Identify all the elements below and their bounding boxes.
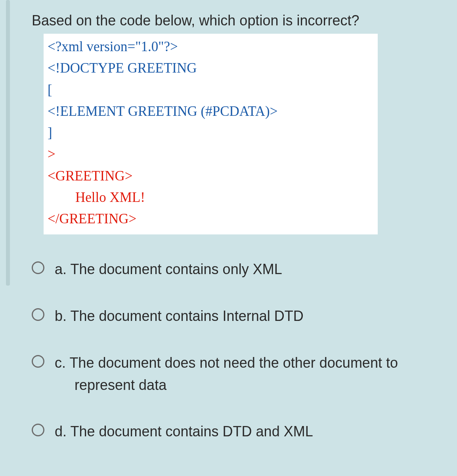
radio-icon[interactable] <box>32 355 44 368</box>
radio-icon[interactable] <box>32 424 44 436</box>
option-b[interactable]: b. The document contains Internal DTD <box>32 305 433 327</box>
code-line: ] <box>48 122 374 144</box>
radio-icon[interactable] <box>32 261 44 274</box>
question-text: Based on the code below, which option is… <box>32 10 433 31</box>
question-block: Based on the code below, which option is… <box>10 0 457 476</box>
option-a[interactable]: a. The document contains only XML <box>32 258 433 280</box>
code-line: [ <box>48 79 374 101</box>
option-letter: a. <box>55 261 67 277</box>
option-label: The document does not need the other doc… <box>69 355 398 393</box>
option-label: The document contains Internal DTD <box>70 308 303 324</box>
code-snippet: <?xml version="1.0"?> <!DOCTYPE GREETING… <box>44 34 378 234</box>
code-line: <!DOCTYPE GREETING <box>48 58 374 79</box>
option-letter: d. <box>55 423 67 440</box>
sidebar-stripe <box>6 0 10 286</box>
option-label: The document contains DTD and XML <box>70 423 313 440</box>
code-line: <?xml version="1.0"?> <box>48 36 374 58</box>
option-c[interactable]: c. The document does not need the other … <box>32 352 433 396</box>
option-d[interactable]: d. The document contains DTD and XML <box>32 420 433 443</box>
code-line: </GREETING> <box>48 208 374 230</box>
code-line: Hello XML! <box>48 187 374 208</box>
option-letter: c. <box>55 355 66 371</box>
code-line: <!ELEMENT GREETING (#PCDATA)> <box>48 101 374 122</box>
option-letter: b. <box>55 308 67 324</box>
options-group: a. The document contains only XML b. The… <box>32 258 433 443</box>
code-line: > <box>48 144 374 165</box>
code-line: <GREETING> <box>48 165 374 187</box>
radio-icon[interactable] <box>32 308 44 321</box>
option-label: The document contains only XML <box>70 261 282 277</box>
